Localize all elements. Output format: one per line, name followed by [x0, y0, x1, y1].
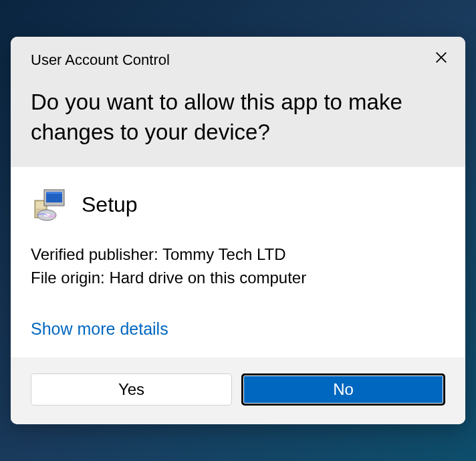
dialog-question: Do you want to allow this app to make ch…	[31, 88, 445, 147]
dialog-title: User Account Control	[31, 51, 445, 69]
close-button[interactable]	[429, 46, 453, 70]
show-more-details-link[interactable]: Show more details	[31, 319, 168, 339]
origin-line: File origin: Hard drive on this computer	[31, 267, 445, 290]
close-icon	[434, 50, 449, 67]
dialog-footer: Yes No	[11, 357, 465, 424]
yes-button[interactable]: Yes	[31, 373, 232, 406]
uac-dialog: User Account Control Do you want to allo…	[11, 37, 465, 424]
app-row: Setup	[31, 186, 445, 223]
svg-rect-6	[46, 192, 62, 194]
setup-installer-icon	[31, 186, 68, 223]
dialog-body: Setup Verified publisher: Tommy Tech LTD…	[11, 167, 465, 357]
origin-value: Hard drive on this computer	[109, 269, 306, 287]
publisher-line: Verified publisher: Tommy Tech LTD	[31, 243, 445, 267]
publisher-label: Verified publisher:	[31, 245, 158, 263]
dialog-header: User Account Control Do you want to allo…	[11, 37, 465, 167]
no-button[interactable]: No	[241, 373, 445, 406]
app-name: Setup	[82, 192, 138, 217]
publisher-value: Tommy Tech LTD	[162, 245, 286, 263]
origin-label: File origin:	[31, 269, 105, 287]
